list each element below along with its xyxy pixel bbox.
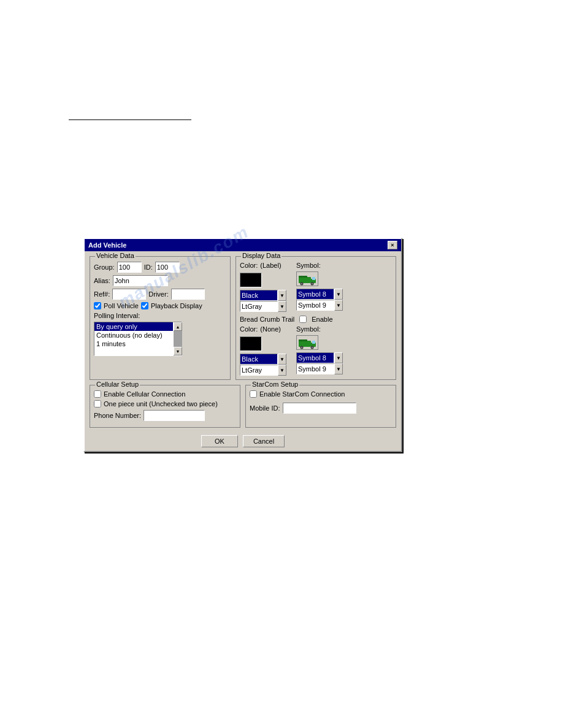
- bc-symbol-dropdown-pair: Symbol 8 ▼ Symbol 9 ▼: [296, 352, 343, 374]
- color-dropdown-bottom[interactable]: LtGray: [240, 301, 278, 312]
- svg-point-6: [312, 283, 313, 284]
- ok-button[interactable]: OK: [201, 435, 238, 447]
- svg-rect-8: [299, 341, 311, 347]
- color-swatch[interactable]: [240, 273, 262, 287]
- driver-input[interactable]: [171, 289, 205, 300]
- svg-rect-10: [312, 341, 315, 344]
- dialog-close-button[interactable]: ×: [388, 241, 397, 249]
- color-select-row1: Black ▼: [240, 290, 286, 301]
- add-vehicle-dialog: Add Vehicle × Vehicle Data Group: ID: Al…: [83, 238, 402, 452]
- dialog-title: Add Vehicle: [88, 241, 126, 249]
- display-data-label: Display Data: [241, 252, 282, 259]
- one-piece-checkbox[interactable]: [94, 400, 101, 408]
- polling-item-1[interactable]: Continuous (no delay): [94, 331, 173, 339]
- mobile-id-input[interactable]: [283, 403, 356, 414]
- polling-item-0[interactable]: By query only: [94, 322, 173, 331]
- ref-input[interactable]: [112, 289, 146, 300]
- group-id-row: Group: ID:: [94, 262, 226, 273]
- scroll-track: [174, 331, 182, 347]
- svg-rect-0: [299, 277, 311, 283]
- dialog-titlebar: Add Vehicle ×: [85, 239, 401, 251]
- bc-color-dropdown-pair: Black ▼ LtGray ▼: [240, 354, 286, 376]
- label-sublabel: (Label): [260, 262, 281, 269]
- bc-color-dropdown-selected[interactable]: Black: [240, 354, 278, 365]
- bottom-panels: Cellular Setup Enable Cellular Connectio…: [85, 385, 401, 431]
- display-section: Color: (Label) Black ▼ LtGray: [240, 262, 392, 312]
- color-select-row2: LtGray ▼: [240, 301, 286, 312]
- bc-none-label: (None): [260, 325, 281, 333]
- enable-cellular-label: Enable Cellular Connection: [104, 390, 185, 398]
- polling-interval-label: Polling Interval:: [94, 312, 140, 319]
- svg-point-14: [312, 347, 313, 348]
- bc-symbol-dropdown-arrow2[interactable]: ▼: [334, 363, 343, 374]
- vehicle-data-panel: Vehicle Data Group: ID: Alias: Ref#:: [90, 256, 231, 380]
- page-background: manualslib.com Add Vehicle × Vehicle Dat…: [0, 0, 563, 728]
- phone-number-input[interactable]: [144, 410, 205, 421]
- bc-symbol-dropdown-bottom[interactable]: Symbol 9: [296, 363, 334, 374]
- cellular-setup-panel: Cellular Setup Enable Cellular Connectio…: [90, 385, 240, 428]
- color-col-header: Color:: [240, 262, 258, 269]
- top-rule: [69, 119, 191, 120]
- enable-starcom-checkbox[interactable]: [250, 390, 257, 398]
- symbol-dropdown-bottom[interactable]: Symbol 9: [296, 300, 334, 311]
- cancel-button[interactable]: Cancel: [243, 435, 285, 447]
- alias-label: Alias:: [94, 277, 110, 284]
- enable-cellular-row: Enable Cellular Connection: [94, 390, 236, 398]
- enable-cellular-checkbox[interactable]: [94, 390, 101, 398]
- breadcrumb-trail-label: Bread Crumb Trail: [240, 316, 294, 323]
- starcom-setup-label: StarCom Setup: [251, 381, 299, 388]
- mobile-id-row: Mobile ID:: [250, 403, 392, 414]
- svg-point-4: [301, 283, 302, 284]
- phone-number-label: Phone Number:: [94, 412, 141, 419]
- id-input[interactable]: [155, 262, 180, 273]
- symbol-truck-icon[interactable]: [296, 271, 318, 286]
- poll-vehicle-checkbox[interactable]: [94, 302, 101, 309]
- polling-listbox-wrapper: By query only Continuous (no delay) 1 mi…: [94, 322, 226, 356]
- color-dropdown-selected[interactable]: Black: [240, 290, 278, 301]
- breadcrumb-enable-checkbox[interactable]: [299, 316, 307, 323]
- enable-starcom-row: Enable StarCom Connection: [250, 390, 392, 398]
- bc-symbol-dropdown-arrow1[interactable]: ▼: [334, 352, 343, 363]
- cellular-setup-label: Cellular Setup: [95, 381, 140, 388]
- symbol-col: Symbol:: [296, 262, 343, 312]
- bc-color-dropdown-bottom[interactable]: LtGray: [240, 365, 278, 376]
- symbol-select-row2: Symbol 9 ▼: [296, 300, 343, 311]
- one-piece-label: One piece unit (Unchecked two piece): [104, 400, 218, 408]
- polling-label-row: Polling Interval:: [94, 312, 226, 319]
- bc-symbol-select-row2: Symbol 9 ▼: [296, 363, 343, 374]
- bc-color-dropdown-arrow1[interactable]: ▼: [278, 354, 286, 365]
- bc-color-select-row1: Black ▼: [240, 354, 286, 365]
- poll-vehicle-label: Poll Vehicle: [104, 302, 139, 309]
- bc-color-swatch[interactable]: [240, 336, 262, 351]
- dialog-body: Vehicle Data Group: ID: Alias: Ref#:: [85, 251, 401, 385]
- bc-color-col: Color: (None) Black ▼ LtGray: [240, 325, 286, 376]
- polling-item-2[interactable]: 1 minutes: [94, 339, 173, 348]
- polling-listbox[interactable]: By query only Continuous (no delay) 1 mi…: [94, 322, 174, 356]
- color-dropdown-pair: Black ▼ LtGray ▼: [240, 290, 286, 312]
- playback-display-checkbox[interactable]: [141, 302, 148, 309]
- symbol-dropdown-arrow2[interactable]: ▼: [334, 300, 343, 311]
- alias-input[interactable]: [113, 275, 168, 286]
- ref-driver-row: Ref#: Driver:: [94, 289, 226, 300]
- bc-symbol-dropdown-selected[interactable]: Symbol 8: [296, 352, 334, 363]
- symbol-dropdown-arrow1[interactable]: ▼: [334, 289, 343, 300]
- color-col: Color: (Label) Black ▼ LtGray: [240, 262, 286, 312]
- bc-symbol-col: Symbol:: [296, 325, 343, 376]
- phone-number-row: Phone Number:: [94, 410, 236, 421]
- breadcrumb-display-section: Color: (None) Black ▼ LtGray: [240, 325, 392, 376]
- breadcrumb-title-row: Bread Crumb Trail Enable: [240, 316, 392, 323]
- group-input[interactable]: [117, 262, 142, 273]
- polling-scrollbar[interactable]: ▲ ▼: [174, 322, 182, 356]
- group-label: Group:: [94, 264, 115, 271]
- symbol-dropdown-selected[interactable]: Symbol 8: [296, 289, 334, 300]
- color-dropdown-arrow1[interactable]: ▼: [278, 290, 286, 301]
- scroll-down-btn[interactable]: ▼: [174, 347, 182, 355]
- mobile-id-label: Mobile ID:: [250, 404, 280, 412]
- scroll-up-btn[interactable]: ▲: [174, 322, 182, 331]
- color-dropdown-arrow2[interactable]: ▼: [278, 301, 286, 312]
- svg-point-12: [301, 347, 302, 348]
- bc-symbol-truck-icon[interactable]: [296, 335, 318, 350]
- bc-color-label: Color:: [240, 325, 258, 333]
- symbol-col-header: Symbol:: [296, 262, 343, 269]
- bc-color-dropdown-arrow2[interactable]: ▼: [278, 365, 286, 376]
